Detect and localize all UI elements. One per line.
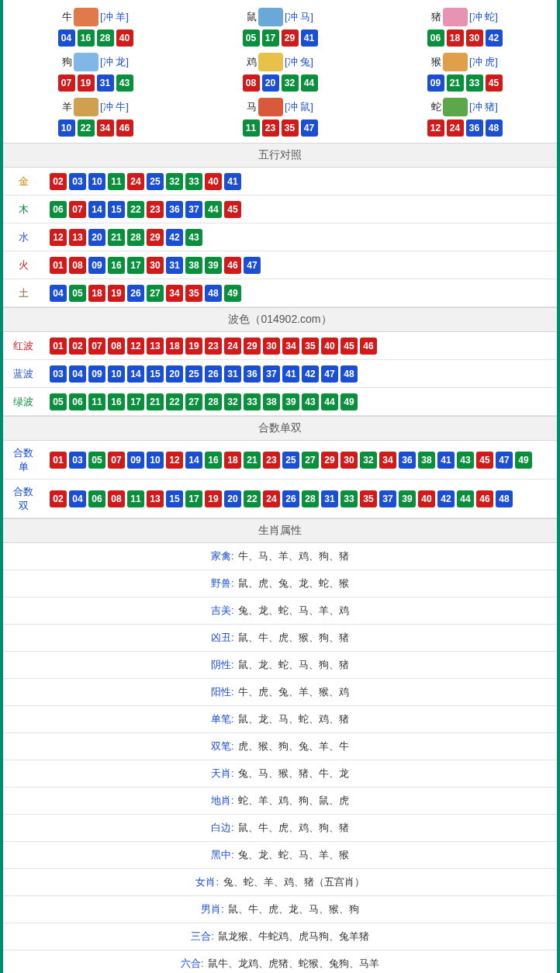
number-ball: 24 (224, 338, 241, 355)
zodiac-animal-icon (74, 53, 99, 71)
zodiac-cell: 鼠[冲 马]05172941 (188, 5, 372, 50)
attribute-value: 兔、马、猴、猪、牛、龙 (236, 767, 350, 779)
section-title-heshu: 合数单双 (3, 416, 557, 441)
attribute-row: 单笔: 鼠、龙、马、蛇、鸡、猪 (3, 706, 557, 733)
number-ball: 21 (108, 229, 125, 246)
attribute-row: 男肖: 鼠、牛、虎、龙、马、猴、狗 (3, 896, 557, 923)
number-ball: 44 (457, 490, 474, 507)
number-ball: 15 (147, 365, 164, 383)
attribute-value: 鼠、龙、马、蛇、鸡、猪 (236, 713, 350, 725)
number-ball: 09 (88, 257, 105, 274)
number-ball: 14 (185, 452, 202, 469)
number-ball: 32 (282, 74, 299, 92)
number-ball: 22 (127, 201, 144, 218)
table-row: 合数双0204060811131517192022242628313335373… (3, 480, 557, 518)
number-ball: 12 (427, 119, 444, 137)
number-ball: 31 (321, 490, 338, 507)
number-ball: 22 (166, 393, 183, 410)
number-ball: 07 (88, 338, 105, 355)
number-ball: 45 (340, 338, 358, 355)
bose-table: 红波0102070812131819232429303435404546蓝波03… (3, 332, 557, 416)
number-ball: 37 (263, 365, 280, 383)
number-ball: 28 (127, 229, 144, 246)
zodiac-animal-icon (443, 98, 468, 116)
number-ball: 23 (263, 452, 280, 469)
number-ball: 25 (147, 173, 164, 190)
number-ball: 39 (399, 490, 416, 507)
attribute-key: 阴性: (211, 659, 234, 670)
number-ball: 41 (282, 365, 299, 383)
row-label: 火 (3, 251, 43, 279)
attribute-value: 牛、马、羊、鸡、狗、猪 (236, 550, 350, 562)
number-ball: 47 (496, 452, 513, 469)
number-ball: 26 (205, 365, 222, 383)
number-ball: 09 (127, 452, 144, 469)
number-ball: 36 (166, 201, 183, 218)
attribute-row: 阴性: 鼠、龙、蛇、马、狗、猪 (3, 652, 557, 679)
section-title-shuxing: 生肖属性 (3, 518, 557, 543)
number-ball: 08 (108, 490, 125, 507)
attribute-key: 六合: (181, 957, 204, 969)
number-ball: 08 (69, 257, 86, 274)
row-balls: 0102070812131819232429303435404546 (43, 332, 557, 360)
number-ball: 29 (282, 29, 299, 47)
number-ball: 18 (224, 452, 241, 469)
number-ball: 40 (321, 338, 338, 355)
number-ball: 44 (321, 393, 338, 410)
row-label: 木 (3, 196, 43, 223)
number-ball: 10 (147, 452, 164, 469)
zodiac-name: 马 (247, 100, 257, 114)
number-ball: 40 (116, 29, 133, 47)
number-ball: 38 (263, 393, 280, 410)
row-balls: 04051819262734354849 (43, 279, 557, 307)
zodiac-conflict: [冲 羊] (100, 10, 129, 24)
attribute-key: 地肖: (211, 795, 234, 806)
attribute-value: 鼠、牛、虎、鸡、狗、猪 (236, 822, 350, 833)
number-ball: 37 (379, 490, 396, 507)
page-container: 牛[冲 羊]04162840鼠[冲 马]05172941猪[冲 蛇]061830… (0, 0, 560, 973)
number-ball: 20 (224, 490, 241, 507)
number-ball: 03 (69, 173, 86, 190)
attribute-key: 双笔: (211, 740, 234, 752)
attribute-value: 鼠龙猴、牛蛇鸡、虎马狗、兔羊猪 (216, 930, 370, 942)
number-ball: 23 (205, 338, 222, 355)
number-ball: 04 (58, 29, 75, 47)
number-ball: 47 (321, 365, 338, 383)
number-ball: 44 (205, 201, 222, 218)
attribute-value: 蛇、羊、鸡、狗、鼠、虎 (236, 795, 350, 806)
number-ball: 05 (50, 393, 67, 410)
attribute-value: 虎、猴、狗、兔、羊、牛 (236, 740, 350, 752)
row-balls: 06071415222336374445 (43, 196, 557, 223)
number-ball: 31 (224, 365, 241, 383)
number-ball: 29 (321, 452, 338, 469)
number-ball: 42 (166, 229, 183, 246)
number-ball: 15 (166, 490, 183, 507)
attribute-value: 兔、龙、蛇、马、羊、猴 (236, 849, 350, 860)
zodiac-conflict: [冲 牛] (100, 100, 129, 114)
zodiac-animal-icon (258, 53, 283, 71)
table-row: 红波0102070812131819232429303435404546 (3, 332, 557, 360)
attribute-value: 鼠、牛、虎、龙、马、猴、狗 (226, 903, 360, 915)
attribute-key: 单笔: (211, 713, 234, 725)
zodiac-conflict: [冲 鼠] (285, 100, 313, 114)
number-ball: 12 (166, 452, 183, 469)
table-row: 土04051819262734354849 (3, 279, 557, 307)
number-ball: 14 (127, 365, 144, 383)
table-row: 水1213202128294243 (3, 223, 557, 251)
attribute-row: 六合: 鼠牛、龙鸡、虎猪、蛇猴、兔狗、马羊 (3, 950, 557, 973)
number-ball: 01 (50, 338, 67, 355)
zodiac-cell: 蛇[冲 猪]12243648 (372, 95, 557, 140)
zodiac-name: 猴 (431, 55, 441, 69)
number-ball: 19 (185, 338, 202, 355)
attribute-key: 女肖: (195, 876, 219, 888)
number-ball: 29 (147, 229, 164, 246)
row-label: 合数双 (3, 480, 43, 518)
zodiac-name: 牛 (62, 10, 72, 24)
number-ball: 47 (244, 257, 261, 274)
number-ball: 40 (205, 173, 222, 190)
number-ball: 16 (108, 257, 125, 274)
number-ball: 27 (185, 393, 202, 410)
number-ball: 34 (97, 119, 114, 137)
attribute-key: 黑中: (211, 849, 234, 860)
attribute-row: 地肖: 蛇、羊、鸡、狗、鼠、虎 (3, 788, 557, 815)
